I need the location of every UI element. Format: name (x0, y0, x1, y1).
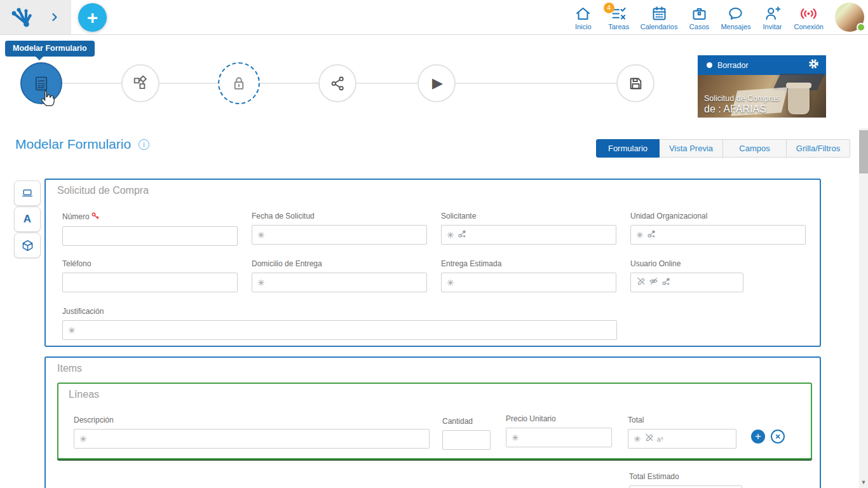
required-asterisk-icon: ✳ (257, 231, 265, 240)
input-precio-unitario[interactable]: ✳ (506, 428, 612, 447)
remove-line-button[interactable]: ✕ (771, 430, 785, 444)
stepper-connector (62, 83, 121, 84)
nav-calendarios[interactable]: Calendarios (637, 2, 682, 34)
field-telefono: Teléfono (62, 259, 238, 292)
input-solicitante[interactable]: ✳ (441, 225, 616, 245)
calendar-icon (651, 5, 668, 22)
cube-icon (22, 240, 34, 252)
field-label: Solicitante (441, 212, 616, 220)
field-solicitante: Solicitante ✳ (441, 212, 616, 245)
field-label: Total Estimado (629, 472, 742, 481)
gear-icon[interactable] (808, 58, 820, 72)
input-usuario-online[interactable] (630, 273, 743, 292)
flowchart-icon (132, 74, 149, 92)
model-status-card[interactable]: Borrador Solicitud de Compras de : AFARI… (698, 55, 826, 118)
input-entrega-estimada[interactable]: ✳ (441, 273, 616, 292)
create-new-button[interactable]: + (78, 3, 107, 32)
nav-casos[interactable]: Casos (681, 2, 717, 34)
field-label: Descripción (74, 416, 430, 424)
nav-inicio[interactable]: Inicio (566, 2, 601, 34)
tooltip-text: Modelar Formulario (13, 44, 87, 53)
user-avatar[interactable] (835, 3, 864, 32)
tab-formulario[interactable]: Formulario (596, 139, 660, 158)
panel-lineas[interactable]: Líneas Descripción ✳ Cantidad Precio Uni… (57, 383, 812, 459)
field-unidad-organizacional: Unidad Organizacional ✳ (630, 212, 806, 245)
field-numero: Número (62, 212, 238, 246)
input-total[interactable]: ✳ aˣ (628, 429, 736, 449)
play-icon: ▶ (432, 76, 443, 90)
tool-screen-button[interactable] (14, 180, 41, 206)
field-label: Teléfono (62, 259, 238, 268)
online-status-dot (857, 23, 865, 32)
input-total-estimado[interactable] (629, 485, 742, 488)
required-asterisk-icon: ✳ (512, 433, 519, 442)
expand-chevron-icon[interactable] (48, 11, 61, 26)
panel-items[interactable]: Items Líneas Descripción ✳ Cantidad Prec… (44, 356, 821, 488)
app-root: + Inicio 4 Tareas (0, 0, 868, 488)
field-cantidad: Cantidad (442, 417, 491, 450)
required-asterisk-icon: ✳ (636, 231, 644, 240)
step-modelar-formulario[interactable] (20, 62, 62, 104)
scroll-down-arrow[interactable]: ▼ (859, 478, 868, 487)
card-title: Solicitud de Compras (704, 94, 780, 103)
required-asterisk-icon: ✳ (79, 435, 87, 444)
step-guardar[interactable] (616, 64, 654, 102)
required-asterisk-icon: ✳ (447, 278, 454, 287)
info-icon[interactable]: i (139, 139, 149, 150)
nav-invitar[interactable]: Invitar (755, 2, 790, 34)
field-label: Total (628, 416, 736, 424)
photo-coffee-cup-shape (788, 86, 810, 114)
required-asterisk-icon: ✳ (68, 326, 76, 335)
add-line-button[interactable]: + (751, 430, 765, 444)
input-justificacion[interactable]: ✳ (62, 320, 617, 340)
field-total-estimado: Total Estimado (629, 472, 742, 488)
hidden-eye-icon (649, 276, 658, 288)
brand-logo-icon[interactable] (9, 6, 33, 32)
field-label: Justificación (62, 307, 617, 316)
designer-tool-palette: A (14, 180, 41, 259)
no-edit-pencil-icon (644, 433, 654, 445)
step-permisos[interactable] (218, 62, 260, 104)
save-floppy-icon (627, 75, 644, 92)
nav-conexion[interactable]: Conexión (790, 2, 827, 34)
tab-campos[interactable]: Campos (723, 139, 787, 158)
laptop-icon (21, 187, 34, 200)
input-descripcion[interactable]: ✳ (74, 429, 430, 449)
nav-label: Casos (685, 23, 713, 30)
relation-icon (458, 229, 466, 241)
nav-label: Calendarios (641, 23, 678, 30)
connection-signal-icon (800, 5, 817, 22)
chat-icon (727, 5, 744, 22)
line-actions: + ✕ (751, 430, 785, 444)
logo-zone (0, 0, 71, 34)
tab-grilla-filtros[interactable]: Grilla/Filtros (787, 139, 850, 158)
text-tool-icon: A (24, 213, 31, 226)
panel-solicitud-de-compra[interactable]: Solicitud de Compra Número Fecha de Soli… (44, 179, 821, 347)
field-entrega-estimada: Entrega Estimada ✳ (441, 259, 616, 292)
input-telefono[interactable] (62, 273, 238, 292)
home-icon (574, 5, 592, 22)
top-bar: + Inicio 4 Tareas (0, 0, 868, 35)
input-fecha-solicitud[interactable]: ✳ (252, 225, 427, 245)
input-unidad-organizacional[interactable]: ✳ (630, 225, 806, 245)
step-compartir[interactable] (318, 64, 356, 102)
field-descripcion: Descripción ✳ (74, 416, 430, 449)
input-numero[interactable] (62, 226, 238, 246)
tool-text-button[interactable]: A (14, 207, 41, 232)
input-cantidad[interactable] (442, 430, 491, 450)
scrollbar-thumb[interactable] (859, 130, 868, 173)
page-title-text: Modelar Formulario (15, 137, 131, 151)
input-domicilio-entrega[interactable]: ✳ (252, 273, 427, 292)
field-label: Número (62, 212, 238, 222)
nav-label: Conexión (794, 23, 824, 30)
nav-tareas[interactable]: 4 Tareas (601, 2, 637, 34)
no-edit-pencil-icon (636, 276, 646, 288)
step-modelar-proceso[interactable] (121, 64, 159, 102)
tab-vista-previa[interactable]: Vista Previa (660, 139, 723, 158)
page-title: Modelar Formulario i (15, 137, 149, 152)
nav-mensajes[interactable]: Mensajes (717, 2, 754, 34)
step-ejecutar[interactable]: ▶ (417, 64, 456, 102)
tool-component-button[interactable] (14, 233, 41, 258)
vertical-scrollbar[interactable]: ▼ (859, 128, 868, 488)
person-add-icon (764, 5, 781, 22)
